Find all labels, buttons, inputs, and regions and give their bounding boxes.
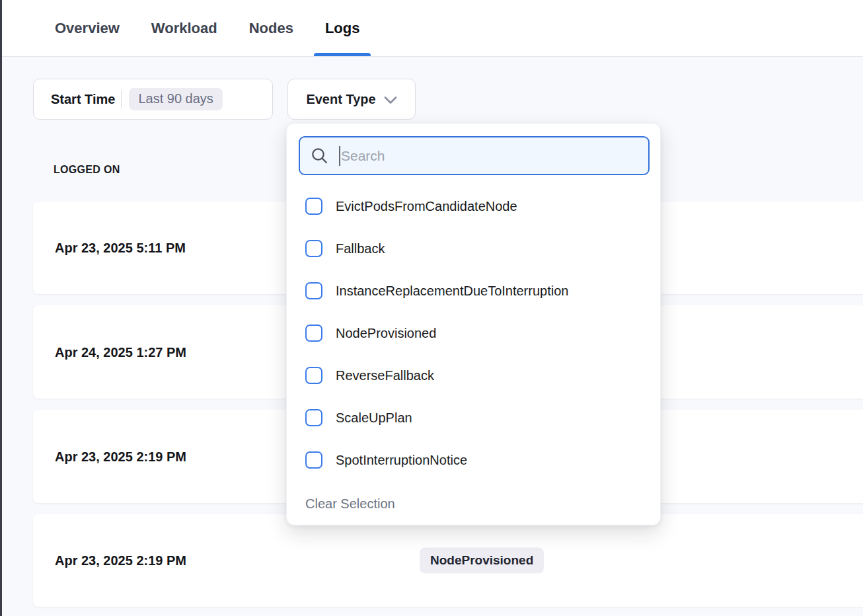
option-reversefallback[interactable]: ReverseFallback [287,354,660,397]
option-nodeprovisioned[interactable]: NodeProvisioned [287,312,660,354]
clear-selection-button[interactable]: Clear Selection [287,489,660,518]
dropdown-search-input[interactable] [341,148,619,164]
tab-logs-label: Logs [325,20,360,37]
search-icon [311,147,328,165]
option-checkbox[interactable] [305,451,322,469]
tab-nodes-label: Nodes [249,20,293,37]
option-checkbox[interactable] [305,409,322,426]
option-label: ReverseFallback [336,368,434,383]
option-fallback[interactable]: Fallback [287,227,660,270]
start-time-filter-label: Start Time [51,92,115,107]
option-checkbox[interactable] [305,325,322,342]
tab-nodes[interactable]: Nodes [249,0,293,56]
event-type-options-list: EvictPodsFromCandidateNode Fallback Inst… [287,176,660,518]
tab-bar: Overview Workload Nodes Logs [0,0,863,57]
event-type-dropdown-panel: EvictPodsFromCandidateNode Fallback Inst… [286,123,661,525]
start-time-filter-value: Last 90 days [129,88,222,110]
start-time-filter-button[interactable]: Start Time Last 90 days [33,79,273,120]
option-checkbox[interactable] [305,240,322,257]
log-date: Apr 23, 2025 2:19 PM [55,553,186,568]
logs-page: Overview Workload Nodes Logs Start Time … [0,0,863,616]
log-date: Apr 23, 2025 2:19 PM [55,449,186,464]
option-evictpodsfromcandidatenode[interactable]: EvictPodsFromCandidateNode [287,185,660,227]
option-checkbox[interactable] [305,367,322,384]
tab-overview-label: Overview [55,20,120,37]
option-label: SpotInterruptionNotice [336,453,467,468]
tab-workload-label: Workload [151,20,217,37]
tab-logs[interactable]: Logs [314,0,371,56]
log-date: Apr 24, 2025 1:27 PM [55,344,186,360]
event-type-badge: NodeProvisioned [420,548,544,574]
option-label: ScaleUpPlan [336,410,412,426]
text-caret [339,146,340,166]
column-header-logged-on: LOGGED ON [54,164,120,176]
event-type-filter-button[interactable]: Event Type [287,79,416,120]
option-spotinterruptionnotice[interactable]: SpotInterruptionNotice [287,439,660,481]
option-instancereplacementduetointerruption[interactable]: InstanceReplacementDueToInterruption [287,270,660,312]
active-tab-underline [314,53,371,56]
option-label: InstanceReplacementDueToInterruption [336,284,568,299]
option-checkbox[interactable] [305,198,322,215]
window-left-border [0,0,2,616]
dropdown-search-box [299,136,650,175]
option-label: EvictPodsFromCandidateNode [336,199,517,214]
log-row[interactable]: Apr 23, 2025 2:19 PM NodeProvisioned [33,514,863,607]
chevron-down-icon [384,96,397,104]
event-type-filter-label: Event Type [306,92,375,107]
option-label: NodeProvisioned [336,326,436,341]
option-checkbox[interactable] [305,282,322,299]
option-scaleupplan[interactable]: ScaleUpPlan [287,397,660,439]
tab-overview[interactable]: Overview [55,0,120,56]
tab-workload[interactable]: Workload [151,0,217,56]
log-date: Apr 23, 2025 5:11 PM [55,241,186,256]
option-label: Fallback [336,241,385,256]
filter-divider [121,90,122,108]
